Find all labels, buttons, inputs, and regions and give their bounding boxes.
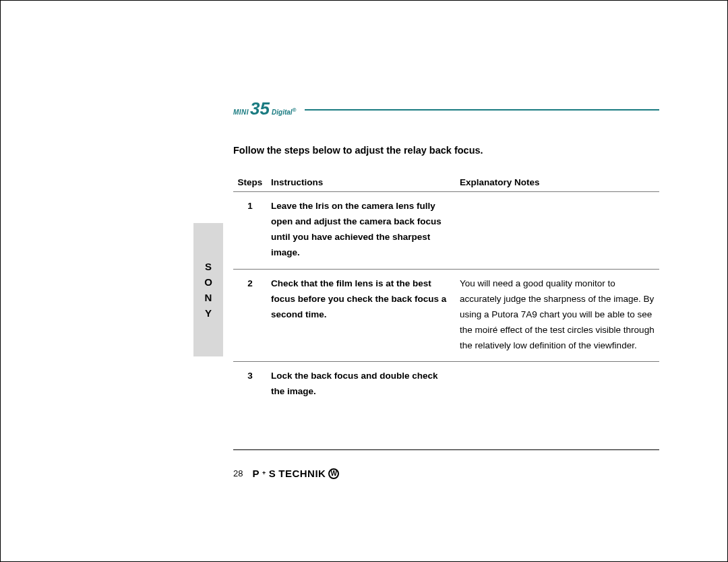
- intro-heading: Follow the steps below to adjust the rel…: [233, 145, 659, 156]
- footer-brand: P+S TECHNIK W: [252, 468, 339, 479]
- page-number: 28: [233, 468, 243, 478]
- content-area: MINI 35 Digital® Follow the steps below …: [233, 99, 659, 408]
- logo-digital: Digital®: [272, 107, 296, 116]
- step-notes: [460, 192, 659, 270]
- brand-p: P: [252, 468, 260, 479]
- step-number: 1: [233, 192, 271, 270]
- table-header-row: Steps Instructions Explanatory Notes: [233, 175, 659, 192]
- col-notes: Explanatory Notes: [460, 175, 659, 192]
- brand-s: S: [269, 468, 276, 479]
- col-steps: Steps: [233, 175, 271, 192]
- brand-technik: TECHNIK: [278, 468, 326, 479]
- logo-mini: MINI: [233, 108, 249, 116]
- brand-mark-icon: W: [328, 468, 339, 479]
- table-row: 2 Check that the film lens is at the bes…: [233, 269, 659, 362]
- tab-letter: Y: [205, 307, 212, 319]
- step-instruction: Check that the film lens is at the best …: [271, 269, 460, 362]
- tab-letter: O: [204, 276, 212, 288]
- step-notes: You will need a good quality monitor to …: [460, 269, 659, 362]
- section-tab-sony: S O N Y: [193, 223, 223, 356]
- tab-letter: S: [205, 261, 212, 272]
- step-number: 3: [233, 362, 271, 408]
- tab-letter: N: [205, 292, 212, 303]
- document-page: S O N Y MINI 35 Digital® Follow the step…: [0, 0, 728, 562]
- footer-rule: [233, 449, 659, 450]
- brand-plus: +: [262, 470, 266, 476]
- header-logo-row: MINI 35 Digital®: [233, 99, 659, 118]
- footer: 28 P+S TECHNIK W: [233, 468, 339, 479]
- header-rule: [305, 109, 660, 111]
- step-instruction: Leave the Iris on the camera lens fully …: [271, 192, 460, 270]
- step-instruction: Lock the back focus and double check the…: [271, 362, 460, 408]
- table-row: 1 Leave the Iris on the camera lens full…: [233, 192, 659, 270]
- steps-table: Steps Instructions Explanatory Notes 1 L…: [233, 175, 659, 408]
- col-instructions: Instructions: [271, 175, 460, 192]
- step-notes: [460, 362, 659, 408]
- step-number: 2: [233, 269, 271, 362]
- table-row: 3 Lock the back focus and double check t…: [233, 362, 659, 408]
- logo-number: 35: [250, 100, 270, 117]
- mini35-logo: MINI 35 Digital®: [233, 100, 297, 117]
